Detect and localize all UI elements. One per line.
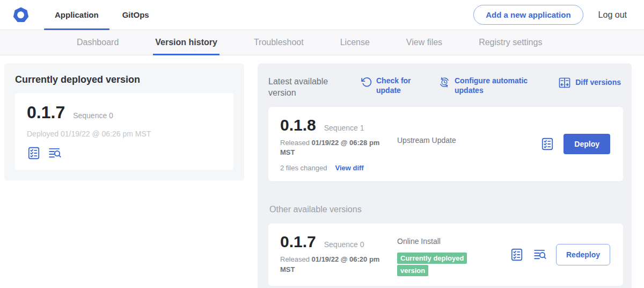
latest-available-header: Latest available version Check for updat… — [268, 74, 623, 99]
latest-version-actions: Deploy — [540, 134, 611, 154]
latest-version-card: 0.1.8 Sequence 1 Released 01/19/22 @ 06:… — [268, 107, 623, 182]
subnav-version-history[interactable]: Version history — [155, 30, 217, 55]
view-logs-icon[interactable] — [48, 146, 62, 160]
released-label: Released — [280, 139, 310, 147]
check-for-update-label: Check for update — [376, 76, 415, 95]
view-logs-icon[interactable] — [533, 248, 547, 262]
other-released-timestamp: Released 01/19/22 @ 06:20 pm MST — [280, 255, 390, 275]
deployed-sequence-label: Sequence 0 — [73, 111, 113, 120]
configure-automatic-updates-button[interactable]: Configure automatic updates — [438, 76, 539, 95]
latest-version-source: Upstream Update — [397, 116, 540, 172]
other-version-info: 0.1.7 Sequence 0 Released 01/19/22 @ 06:… — [280, 233, 397, 277]
tab-application-label: Application — [55, 10, 99, 19]
subnav-registry-settings-label: Registry settings — [479, 38, 542, 47]
subnav-license[interactable]: License — [340, 30, 370, 55]
top-nav: Application GitOps Add a new application… — [0, 0, 644, 30]
top-tabs: Application GitOps — [43, 0, 161, 30]
latest-sequence-label: Sequence 1 — [324, 124, 364, 132]
diff-versions-button[interactable]: Diff versions — [558, 76, 623, 89]
other-sequence-label: Sequence 0 — [324, 240, 364, 249]
logout-link[interactable]: Log out — [598, 10, 627, 20]
release-notes-icon[interactable] — [510, 248, 524, 262]
refresh-icon — [361, 76, 372, 88]
other-version-card: 0.1.7 Sequence 0 Released 01/19/22 @ 06:… — [268, 224, 623, 286]
released-label: Released — [280, 255, 310, 263]
tab-gitops-label: GitOps — [122, 10, 149, 19]
currently-deployed-badge: Currently deployed version — [397, 253, 467, 276]
latest-released-timestamp: Released 01/19/22 @ 06:28 pm MST — [280, 138, 390, 159]
view-diff-link[interactable]: View diff — [335, 164, 363, 172]
tab-gitops[interactable]: GitOps — [111, 0, 161, 30]
files-changed-count: 2 files changed — [280, 164, 327, 172]
files-changed-row: 2 files changed View diff — [280, 164, 397, 172]
version-row: 0.1.7 Sequence 0 — [27, 103, 223, 123]
version-row: 0.1.8 Sequence 1 — [280, 116, 397, 134]
latest-version-info: 0.1.8 Sequence 1 Released 01/19/22 @ 06:… — [280, 116, 397, 172]
other-version-actions: Redeploy — [510, 244, 611, 265]
diff-columns-icon — [558, 76, 571, 89]
redeploy-button[interactable]: Redeploy — [556, 244, 610, 265]
other-version-number: 0.1.7 — [280, 233, 316, 251]
kots-logo-icon — [13, 7, 29, 23]
app-sub-nav: Dashboard Version history Troubleshoot L… — [0, 30, 644, 55]
subnav-registry-settings[interactable]: Registry settings — [479, 30, 542, 55]
deployed-actions — [27, 146, 223, 160]
subnav-view-files[interactable]: View files — [406, 30, 442, 55]
latest-available-title: Latest available version — [268, 76, 337, 99]
currently-deployed-card: 0.1.7 Sequence 0 Deployed 01/19/22 @ 06:… — [15, 93, 233, 170]
tab-application[interactable]: Application — [43, 0, 111, 30]
main-content: Currently deployed version 0.1.7 Sequenc… — [0, 55, 644, 288]
other-version-source: Online Install — [397, 237, 510, 246]
check-for-update-button[interactable]: Check for update — [361, 76, 415, 95]
other-version-source-block: Online Install Currently deployed versio… — [397, 233, 510, 277]
latest-version-number: 0.1.8 — [280, 116, 316, 134]
subnav-dashboard-label: Dashboard — [77, 38, 119, 47]
subnav-license-label: License — [340, 38, 370, 47]
currently-deployed-panel: Currently deployed version 0.1.7 Sequenc… — [4, 63, 244, 181]
configure-automatic-updates-label: Configure automatic updates — [455, 76, 539, 95]
currently-deployed-title: Currently deployed version — [15, 74, 233, 85]
app-logo[interactable] — [13, 0, 29, 30]
subnav-troubleshoot[interactable]: Troubleshoot — [254, 30, 304, 55]
deploy-button[interactable]: Deploy — [564, 134, 610, 154]
other-available-versions-title: Other available versions — [269, 205, 623, 214]
subnav-troubleshoot-label: Troubleshoot — [254, 38, 304, 47]
release-notes-icon[interactable] — [27, 146, 41, 160]
release-notes-icon[interactable] — [540, 137, 554, 151]
diff-versions-label: Diff versions — [575, 78, 621, 88]
subnav-dashboard[interactable]: Dashboard — [77, 30, 119, 55]
currently-deployed-badge-wrap: Currently deployed version — [397, 252, 489, 277]
version-history-panel: Latest available version Check for updat… — [258, 63, 632, 288]
subnav-version-history-label: Version history — [155, 38, 217, 47]
clock-refresh-icon — [438, 76, 450, 88]
subnav-view-files-label: View files — [406, 38, 442, 47]
add-new-application-button[interactable]: Add a new application — [473, 5, 583, 25]
deployed-version-number: 0.1.7 — [27, 103, 65, 123]
top-nav-right: Add a new application Log out — [473, 0, 644, 30]
deployed-timestamp: Deployed 01/19/22 @ 06:26 pm MST — [27, 129, 223, 138]
version-row: 0.1.7 Sequence 0 — [280, 233, 397, 251]
